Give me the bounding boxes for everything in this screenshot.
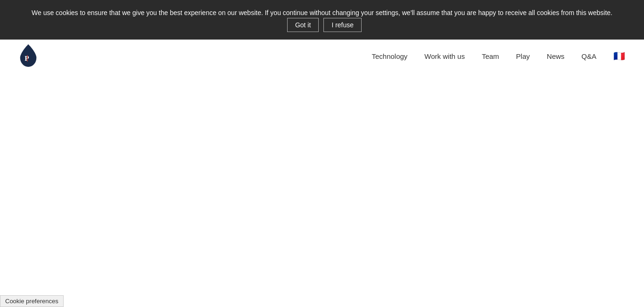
svg-text:P: P (25, 54, 29, 62)
navbar: P Technology Work with us Team Play News… (0, 40, 644, 73)
nav-team[interactable]: Team (482, 52, 499, 60)
nav-qa[interactable]: Q&A (581, 52, 596, 60)
nav-links: Technology Work with us Team Play News Q… (372, 50, 625, 62)
language-flag[interactable]: 🇫🇷 (613, 50, 625, 62)
logo-link[interactable]: P (19, 44, 40, 68)
cookie-buttons: Got it I refuse (287, 18, 362, 32)
nav-news[interactable]: News (547, 52, 565, 60)
logo-icon: P (19, 44, 38, 68)
nav-work-with-us[interactable]: Work with us (424, 52, 465, 60)
cookie-banner: We use cookies to ensure that we give yo… (0, 0, 644, 40)
tagline: carbon conscious color company (243, 305, 401, 307)
nav-technology[interactable]: Technology (372, 52, 407, 60)
main-content: carbon conscious color company (0, 73, 644, 307)
refuse-button[interactable]: I refuse (323, 18, 362, 32)
got-it-button[interactable]: Got it (287, 18, 319, 32)
nav-play[interactable]: Play (516, 52, 530, 60)
cookie-preferences-button[interactable]: Cookie preferences (0, 295, 64, 307)
cookie-banner-text: We use cookies to ensure that we give yo… (32, 9, 612, 16)
svg-rect-1 (27, 55, 28, 61)
